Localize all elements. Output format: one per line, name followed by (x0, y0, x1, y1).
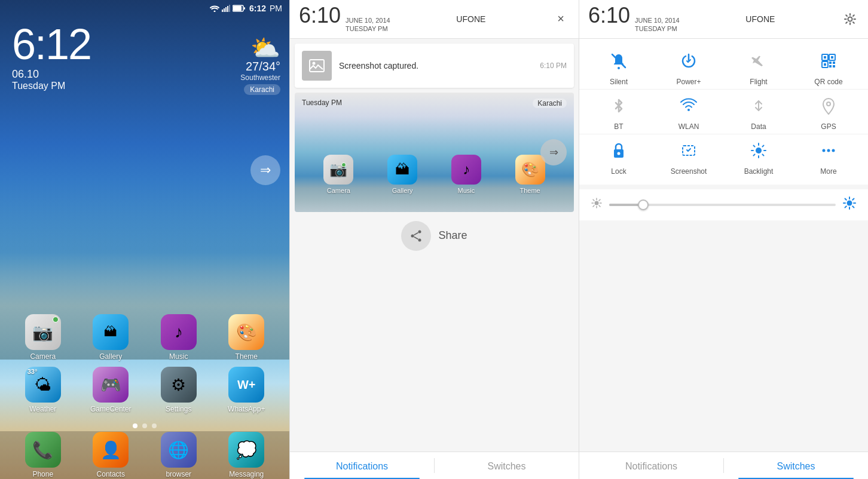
home-slider-btn[interactable]: ⇒ (250, 155, 280, 185)
qs-toggle-flight[interactable]: Flight (728, 48, 789, 86)
notif-screenshot-icon (302, 51, 332, 81)
svg-line-41 (762, 145, 763, 146)
drawer-date-line2: TUESDAY PM (346, 24, 390, 33)
gallery-icon: 🏔 (93, 314, 129, 350)
app-weather[interactable]: 🌤 33° Weather (16, 367, 70, 413)
flight-label: Flight (750, 78, 767, 86)
silent-label: Silent (610, 78, 628, 86)
drawer-tabs: Notifications Switches (290, 452, 579, 479)
svg-line-54 (593, 205, 594, 207)
messaging-label: Messaging (229, 470, 264, 478)
gallery-label: Gallery (99, 352, 122, 361)
svg-rect-24 (829, 62, 832, 64)
svg-point-32 (618, 152, 621, 155)
tab-notifications[interactable]: Notifications (290, 452, 434, 479)
qs-date-info: JUNE 10, 2014 TUESDAY PM (635, 16, 680, 33)
svg-line-13 (414, 232, 418, 235)
home-screen: 6:12 PM 6:12 06.10 Tuesday PM ⛅ 27/34° S… (0, 0, 289, 479)
qs-toggle-grid-1: Silent Power+ Flight (579, 39, 868, 89)
notification-drawer: 6:10 JUNE 10, 2014 TUESDAY PM UFONE × Sc… (289, 0, 579, 479)
svg-point-10 (418, 230, 421, 233)
page-dot-2[interactable] (142, 423, 147, 428)
app-gamecenter[interactable]: 🎮 GameCenter (84, 367, 137, 413)
qs-toggle-more[interactable]: More (798, 137, 859, 176)
brightness-slider[interactable] (609, 204, 836, 206)
app-whatsapp[interactable]: W+ WhatsApp+ (219, 367, 273, 413)
settings-gear-button[interactable] (841, 10, 859, 28)
preview-theme-label: Theme (520, 187, 540, 194)
app-settings[interactable]: ⚙ Settings (152, 367, 206, 413)
preview-theme-icon: 🎨 (515, 155, 545, 185)
app-theme[interactable]: 🎨 Theme (219, 314, 273, 361)
drawer-status-bar: 6:10 JUNE 10, 2014 TUESDAY PM UFONE × (290, 0, 579, 39)
share-label: Share (438, 229, 467, 242)
app-music[interactable]: ♪ Music (152, 314, 206, 361)
qs-tab-switches[interactable]: Switches (724, 452, 868, 479)
page-dot-1[interactable] (133, 423, 137, 428)
weather-cloud-icon: ⛅ (240, 36, 280, 60)
home-day: Tuesday PM (12, 81, 277, 91)
preview-camera-icon: 📷 (323, 155, 353, 185)
notif-time: 6:10 PM (540, 62, 567, 70)
power-icon (676, 48, 702, 74)
music-label: Music (169, 352, 188, 361)
preview-location: Karachi (533, 99, 567, 108)
drawer-carrier: UFONE (456, 14, 485, 24)
qs-tabs: Notifications Switches (579, 452, 868, 479)
gamecenter-label: GameCenter (90, 405, 132, 413)
screenshot-qs-icon (676, 137, 702, 164)
preview-slider-button[interactable]: ⇒ (540, 139, 567, 165)
brightness-thumb[interactable] (638, 199, 649, 210)
weather-app-icon: 🌤 33° (25, 367, 61, 403)
qs-toggle-backlight[interactable]: Backlight (728, 137, 789, 176)
dock-phone[interactable]: 📞 Phone (16, 432, 70, 478)
qs-toggle-grid-2: BT WLAN Data (579, 89, 868, 134)
preview-theme: 🎨 Theme (515, 155, 545, 194)
tab-switches[interactable]: Switches (435, 452, 579, 479)
dock-browser[interactable]: 🌐 browser (152, 432, 206, 478)
drawer-time: 6:10 (299, 5, 341, 26)
svg-rect-7 (244, 7, 245, 10)
data-icon (745, 93, 772, 119)
qs-tab-notifications[interactable]: Notifications (579, 452, 723, 479)
backlight-label: Backlight (744, 167, 774, 176)
app-gallery[interactable]: 🏔 Gallery (84, 314, 137, 361)
share-button[interactable] (401, 221, 431, 251)
qs-toggle-wlan[interactable]: WLAN (658, 93, 719, 131)
home-dock: 📞 Phone 👤 Contacts 🌐 browser 💭 Messaging (0, 431, 289, 479)
preview-gallery: 🏔 Gallery (387, 155, 417, 194)
wifi-icon (210, 5, 219, 12)
app-camera[interactable]: 📷 Camera (16, 314, 70, 361)
gps-label: GPS (821, 122, 836, 131)
preview-gallery-label: Gallery (392, 187, 413, 194)
notification-card[interactable]: Screenshot captured. 6:10 PM (295, 44, 574, 88)
qs-toggle-lock[interactable]: Lock (588, 137, 649, 176)
app-grid: 📷 Camera 🏔 Gallery ♪ Music 🎨 (0, 314, 289, 419)
svg-line-63 (845, 206, 846, 207)
svg-point-28 (687, 109, 690, 111)
qs-toggle-gps[interactable]: GPS (798, 93, 859, 131)
qs-toggle-silent[interactable]: Silent (588, 48, 649, 86)
wlan-label: WLAN (678, 122, 699, 131)
qs-toggle-data[interactable]: Data (728, 93, 789, 131)
drawer-close-button[interactable]: × (552, 10, 570, 28)
signal-icon (222, 5, 230, 12)
preview-gallery-icon: 🏔 (387, 155, 417, 185)
notif-content: Screenshot captured. 6:10 PM (339, 61, 567, 70)
svg-rect-25 (833, 62, 835, 64)
page-dot-3[interactable] (152, 423, 157, 428)
qs-toggle-screenshot[interactable]: Screenshot (658, 137, 719, 176)
qs-toggle-qr[interactable]: QR code (798, 48, 859, 86)
theme-label: Theme (236, 352, 258, 361)
qr-icon (815, 48, 842, 74)
music-icon: ♪ (161, 314, 197, 350)
qs-toggle-power[interactable]: Power+ (658, 48, 719, 86)
svg-point-9 (313, 62, 316, 65)
qs-toggle-bt[interactable]: BT (588, 93, 649, 131)
svg-rect-23 (824, 63, 826, 66)
dock-contacts[interactable]: 👤 Contacts (84, 432, 137, 478)
qr-label: QR code (814, 78, 842, 86)
dock-messaging[interactable]: 💭 Messaging (219, 432, 273, 478)
data-label: Data (751, 122, 766, 131)
svg-rect-3 (227, 6, 228, 12)
